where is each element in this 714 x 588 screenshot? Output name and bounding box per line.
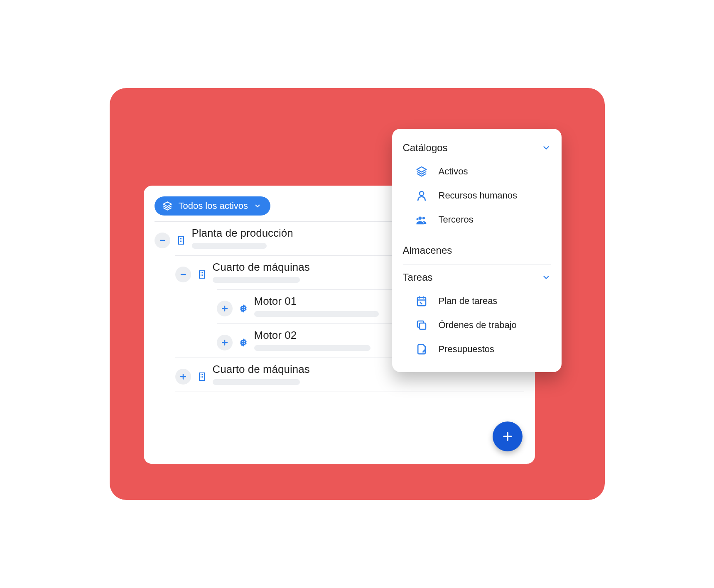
chevron-down-icon xyxy=(542,143,551,152)
menu-item-recursos-humanos[interactable]: Recursos humanos xyxy=(403,184,551,208)
plus-icon xyxy=(501,430,514,443)
collapse-toggle[interactable] xyxy=(155,233,170,248)
assets-filter-label: Todos los activos xyxy=(179,201,248,211)
layers-icon xyxy=(162,201,173,211)
navigation-menu-panel: Catálogos Activos Recursos humanos Terce… xyxy=(392,129,562,372)
add-fab-button[interactable] xyxy=(493,421,523,451)
menu-item-activos[interactable]: Activos xyxy=(403,159,551,184)
collapse-toggle[interactable] xyxy=(175,267,191,282)
placeholder-bar xyxy=(254,311,379,317)
menu-section-title: Catálogos xyxy=(403,142,448,154)
tree-node-label: Cuarto de máquinas xyxy=(213,363,310,376)
chevron-down-icon xyxy=(542,273,551,282)
gear-icon xyxy=(238,338,248,348)
placeholder-bar xyxy=(192,243,267,249)
menu-section-tareas[interactable]: Tareas xyxy=(403,267,551,289)
expand-toggle[interactable] xyxy=(217,301,233,316)
calendar-icon xyxy=(415,295,428,307)
menu-section-title: Tareas xyxy=(403,272,433,283)
tree-node-label: Planta de producción xyxy=(192,227,293,240)
building-icon xyxy=(197,372,207,382)
menu-item-label: Activos xyxy=(439,166,468,177)
plus-icon xyxy=(179,372,187,381)
people-icon xyxy=(415,213,428,226)
menu-item-ordenes-trabajo[interactable]: Órdenes de trabajo xyxy=(403,313,551,337)
tree-node-label: Cuarto de máquinas xyxy=(213,261,310,274)
plus-icon xyxy=(221,304,229,313)
layers-icon xyxy=(415,165,428,178)
menu-item-label: Plan de tareas xyxy=(439,296,498,306)
minus-icon xyxy=(179,270,187,279)
expand-toggle[interactable] xyxy=(175,369,191,385)
menu-item-presupuestos[interactable]: Presupuestos xyxy=(403,337,551,361)
menu-item-label: Terceros xyxy=(439,214,474,225)
building-icon xyxy=(197,270,207,279)
menu-section-catalogos[interactable]: Catálogos xyxy=(403,138,551,159)
tree-node-label: Motor 02 xyxy=(254,329,370,342)
expand-toggle[interactable] xyxy=(217,335,233,350)
app-frame: Todos los activos Planta de producción xyxy=(110,88,605,500)
menu-section-almacenes[interactable]: Almacenes xyxy=(403,236,551,265)
minus-icon xyxy=(158,236,167,245)
person-icon xyxy=(415,189,428,202)
menu-item-label: Recursos humanos xyxy=(439,190,518,201)
menu-item-terceros[interactable]: Terceros xyxy=(403,208,551,232)
menu-item-plan-tareas[interactable]: Plan de tareas xyxy=(403,289,551,313)
tree-node-label: Motor 01 xyxy=(254,295,379,308)
menu-item-label: Presupuestos xyxy=(439,344,495,355)
menu-item-label: Órdenes de trabajo xyxy=(439,320,517,331)
placeholder-bar xyxy=(213,277,300,283)
assets-filter-dropdown[interactable]: Todos los activos xyxy=(155,196,271,216)
menu-section-title: Almacenes xyxy=(403,245,452,256)
placeholder-bar xyxy=(213,379,300,385)
chevron-down-icon xyxy=(254,202,261,210)
gear-icon xyxy=(238,304,248,314)
plus-icon xyxy=(221,338,229,347)
copy-icon xyxy=(415,319,428,331)
placeholder-bar xyxy=(254,345,370,351)
building-icon xyxy=(176,235,186,245)
document-edit-icon xyxy=(415,343,428,355)
